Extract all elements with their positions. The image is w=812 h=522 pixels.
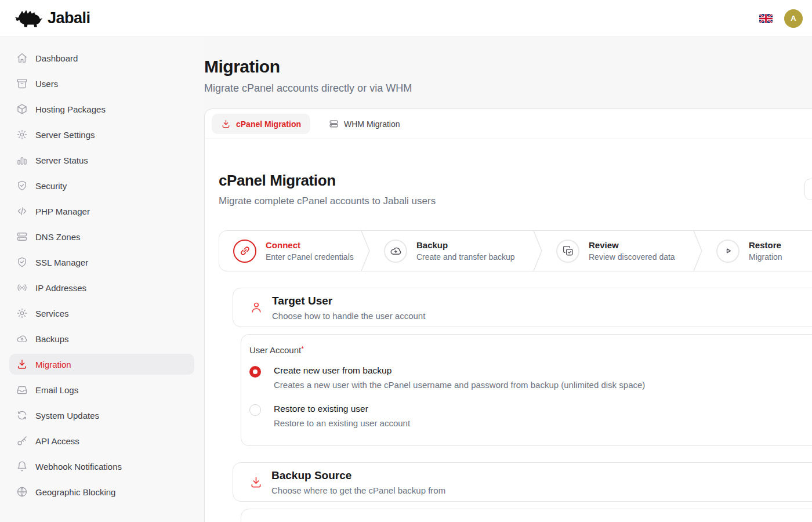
sidebar-item-label: Security xyxy=(35,181,67,191)
step-title: Restore xyxy=(749,240,782,250)
page-subtitle: Migrate cPanel accounts directly or via … xyxy=(204,82,812,95)
sidebar-item-label: API Access xyxy=(35,436,79,446)
tab-cpanel-migration[interactable]: cPanel Migration xyxy=(212,114,310,134)
cube-icon xyxy=(16,103,28,115)
download-icon xyxy=(16,358,28,370)
sidebar-item-label: DNS Zones xyxy=(35,232,81,242)
option-restore-existing-user[interactable]: Restore to existing user Restore to an e… xyxy=(249,404,812,428)
step-circle xyxy=(556,240,579,263)
step-review[interactable]: Review Review discovered data xyxy=(542,231,693,271)
sidebar-item-migration[interactable]: Migration xyxy=(9,354,194,375)
chevron-separator-icon xyxy=(693,231,702,271)
refresh-icon xyxy=(16,409,28,421)
user-account-label: User Account* xyxy=(249,345,812,355)
step-circle xyxy=(716,240,740,263)
clipboard-check-icon xyxy=(562,245,574,257)
start-over-button[interactable]: Start Over xyxy=(804,179,812,200)
bell-icon xyxy=(16,461,28,472)
tab-label: cPanel Migration xyxy=(236,119,301,129)
cloud-download-icon xyxy=(390,245,402,257)
sidebar-item-backups[interactable]: Backups xyxy=(9,328,194,349)
sidebar-item-label: Geographic Blocking xyxy=(35,487,115,497)
radio-selected[interactable] xyxy=(249,366,261,378)
tab-label: WHM Migration xyxy=(344,119,400,129)
option-label: Create new user from backup xyxy=(274,365,645,376)
boar-logo-icon xyxy=(14,8,43,29)
option-description: Restore to an existing user account xyxy=(274,418,410,428)
sidebar-item-system-updates[interactable]: System Updates xyxy=(9,405,194,426)
download-icon xyxy=(221,119,231,129)
radio-unselected[interactable] xyxy=(249,404,261,416)
sidebar-item-label: Server Status xyxy=(35,155,88,165)
key-icon xyxy=(16,435,28,447)
archive-icon xyxy=(16,78,28,89)
sidebar-item-dashboard[interactable]: Dashboard xyxy=(9,48,194,68)
sidebar-item-dns-zones[interactable]: DNS Zones xyxy=(9,226,194,247)
step-circle xyxy=(384,240,407,263)
sidebar-item-server-status[interactable]: Server Status xyxy=(9,150,194,171)
tab-whm-migration[interactable]: WHM Migration xyxy=(320,114,409,134)
link-icon xyxy=(239,245,251,257)
section-subtitle: Migrate complete cPanel accounts to Jaba… xyxy=(219,195,436,207)
main-content: Migration Migrate cPanel accounts direct… xyxy=(204,37,812,522)
sidebar-item-security[interactable]: Security xyxy=(9,175,194,196)
user-avatar[interactable]: A xyxy=(784,9,803,28)
sidebar-item-users[interactable]: Users xyxy=(9,73,194,94)
home-icon xyxy=(16,52,28,64)
globe-icon xyxy=(16,486,28,498)
brand[interactable]: Jabali xyxy=(14,8,90,29)
sidebar-item-label: IP Addresses xyxy=(35,283,86,293)
sidebar-item-label: Webhook Notifications xyxy=(35,462,122,472)
target-user-title: Target User xyxy=(272,295,425,307)
shield-check-icon xyxy=(16,180,28,191)
sidebar-item-label: Backups xyxy=(35,334,69,344)
step-restore[interactable]: Restore Migration xyxy=(702,231,812,271)
migration-card: cPanel Migration WHM Migration cPanel Mi… xyxy=(204,108,812,522)
step-subtitle: Enter cPanel credentials xyxy=(266,252,354,262)
step-backup[interactable]: Backup Create and transfer backup xyxy=(370,231,533,271)
step-title: Connect xyxy=(266,240,354,250)
sidebar-item-label: Migration xyxy=(35,360,71,369)
backup-source-subtitle: Choose where to get the cPanel backup fr… xyxy=(271,485,445,495)
sidebar-item-api-access[interactable]: API Access xyxy=(9,430,194,451)
migration-stepper: Connect Enter cPanel credentials Backup … xyxy=(219,230,812,271)
step-title: Backup xyxy=(416,240,515,250)
target-user-header: Target User Choose how to handle the use… xyxy=(233,288,812,327)
sidebar-item-ssl-manager[interactable]: SSL Manager xyxy=(9,252,194,273)
step-connect[interactable]: Connect Enter cPanel credentials xyxy=(219,231,361,271)
sidebar-item-server-settings[interactable]: Server Settings xyxy=(9,124,194,145)
target-user-subtitle: Choose how to handle the user account xyxy=(272,311,425,321)
user-account-panel: User Account* Create new user from backu… xyxy=(241,334,812,446)
backup-source-title: Backup Source xyxy=(271,469,445,482)
sidebar-item-ip-addresses[interactable]: IP Addresses xyxy=(9,277,194,298)
inbox-icon xyxy=(16,384,28,396)
sidebar-item-services[interactable]: Services xyxy=(9,303,194,324)
gear-icon xyxy=(16,307,28,319)
server-icon xyxy=(329,119,339,129)
option-create-new-user[interactable]: Create new user from backup Creates a ne… xyxy=(249,365,812,390)
step-subtitle: Create and transfer backup xyxy=(416,252,515,262)
language-flag-icon[interactable] xyxy=(759,14,773,23)
sidebar-item-label: SSL Manager xyxy=(35,258,88,267)
section-title: cPanel Migration xyxy=(219,172,436,190)
sidebar-item-hosting-packages[interactable]: Hosting Packages xyxy=(9,99,194,119)
sidebar-item-php-manager[interactable]: PHP Manager xyxy=(9,201,194,222)
sidebar-item-label: Users xyxy=(35,79,58,89)
sidebar-item-label: Services xyxy=(35,309,69,318)
sidebar-item-geographic-blocking[interactable]: Geographic Blocking xyxy=(9,481,194,502)
sidebar: Dashboard Users Hosting Packages Server … xyxy=(0,37,204,522)
chevron-separator-icon xyxy=(533,231,542,271)
shield-check-icon xyxy=(16,256,28,268)
sidebar-item-webhook-notifications[interactable]: Webhook Notifications xyxy=(9,456,194,477)
chevron-separator-icon xyxy=(361,231,370,271)
step-subtitle: Review discovered data xyxy=(589,252,675,262)
sidebar-item-label: Hosting Packages xyxy=(35,104,106,114)
sidebar-item-label: Dashboard xyxy=(35,53,78,63)
signal-icon xyxy=(16,282,28,293)
step-subtitle: Migration xyxy=(749,252,782,262)
sidebar-item-email-logs[interactable]: Email Logs xyxy=(9,379,194,400)
sidebar-item-label: Server Settings xyxy=(35,130,95,140)
brand-title: Jabali xyxy=(48,9,90,27)
bar-chart-icon xyxy=(16,154,28,166)
code-icon xyxy=(16,205,28,217)
